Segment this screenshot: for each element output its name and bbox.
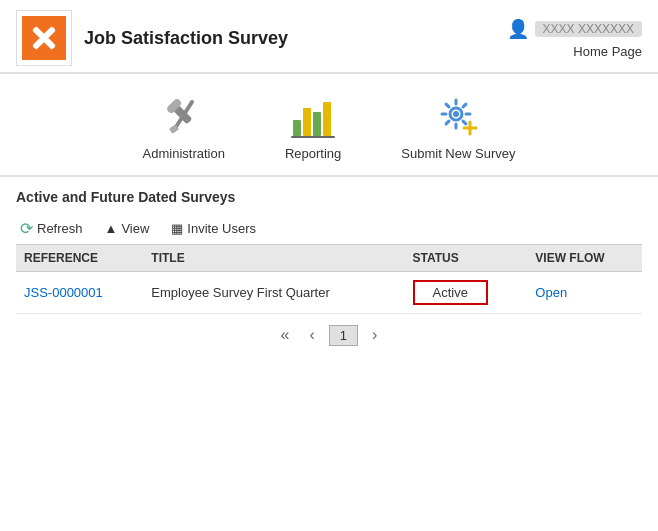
refresh-icon: ⟳ [20, 219, 33, 238]
svg-line-17 [446, 104, 449, 107]
refresh-button[interactable]: ⟳ Refresh [16, 217, 87, 240]
view-icon: ▲ [105, 221, 118, 236]
header-right: 👤 XXXX XXXXXXX Home Page [507, 18, 642, 59]
administration-icon [156, 92, 212, 140]
status-badge: Active [413, 280, 488, 305]
nav-section: Administration Reporting [0, 74, 658, 177]
logo-svg [26, 20, 62, 56]
col-status: STATUS [405, 245, 528, 272]
invite-users-label: Invite Users [187, 221, 256, 236]
section-title: Active and Future Dated Surveys [16, 189, 642, 205]
nav-item-submit-new-survey[interactable]: Submit New Survey [401, 92, 515, 161]
view-label: View [121, 221, 149, 236]
svg-line-18 [463, 121, 466, 124]
invite-icon: ▦ [171, 221, 183, 236]
svg-point-12 [453, 111, 459, 117]
administration-label: Administration [143, 146, 225, 161]
cell-title: Employee Survey First Quarter [143, 272, 404, 314]
header-left: Job Satisfaction Survey [16, 10, 288, 66]
refresh-label: Refresh [37, 221, 83, 236]
svg-line-20 [446, 121, 449, 124]
user-info: 👤 XXXX XXXXXXX [507, 18, 642, 40]
next-page-button[interactable]: › [366, 324, 383, 346]
logo-box [16, 10, 72, 66]
svg-rect-9 [323, 102, 331, 136]
submit-new-survey-icon [430, 92, 486, 140]
app-title: Job Satisfaction Survey [84, 28, 288, 49]
table-row: JSS-0000001 Employee Survey First Quarte… [16, 272, 642, 314]
cell-status: Active [405, 272, 528, 314]
reporting-icon [285, 92, 341, 140]
table-header-row: REFERENCE TITLE STATUS VIEW FLOW [16, 245, 642, 272]
toolbar: ⟳ Refresh ▲ View ▦ Invite Users [16, 213, 642, 245]
logo-icon [22, 16, 66, 60]
surveys-table: REFERENCE TITLE STATUS VIEW FLOW JSS-000… [16, 245, 642, 314]
svg-rect-10 [291, 136, 335, 138]
invite-users-button[interactable]: ▦ Invite Users [167, 219, 260, 238]
user-icon: 👤 [507, 18, 529, 40]
col-view-flow: VIEW FLOW [527, 245, 642, 272]
user-name: XXXX XXXXXXX [535, 21, 642, 37]
first-page-button[interactable]: « [275, 324, 296, 346]
pagination: « ‹ 1 › [16, 314, 642, 352]
reference-link[interactable]: JSS-0000001 [24, 285, 103, 300]
col-title: TITLE [143, 245, 404, 272]
content-area: Active and Future Dated Surveys ⟳ Refres… [0, 177, 658, 352]
home-page-link[interactable]: Home Page [573, 44, 642, 59]
reporting-label: Reporting [285, 146, 341, 161]
view-button[interactable]: ▲ View [101, 219, 154, 238]
nav-item-administration[interactable]: Administration [143, 92, 225, 161]
open-link[interactable]: Open [535, 285, 567, 300]
prev-page-button[interactable]: ‹ [304, 324, 321, 346]
submit-new-survey-label: Submit New Survey [401, 146, 515, 161]
svg-line-19 [463, 104, 466, 107]
current-page: 1 [329, 325, 358, 346]
svg-rect-7 [303, 108, 311, 136]
svg-rect-6 [293, 120, 301, 136]
app-header: Job Satisfaction Survey 👤 XXXX XXXXXXX H… [0, 0, 658, 74]
cell-view-flow: Open [527, 272, 642, 314]
cell-reference: JSS-0000001 [16, 272, 143, 314]
col-reference: REFERENCE [16, 245, 143, 272]
svg-rect-8 [313, 112, 321, 136]
nav-item-reporting[interactable]: Reporting [285, 92, 341, 161]
